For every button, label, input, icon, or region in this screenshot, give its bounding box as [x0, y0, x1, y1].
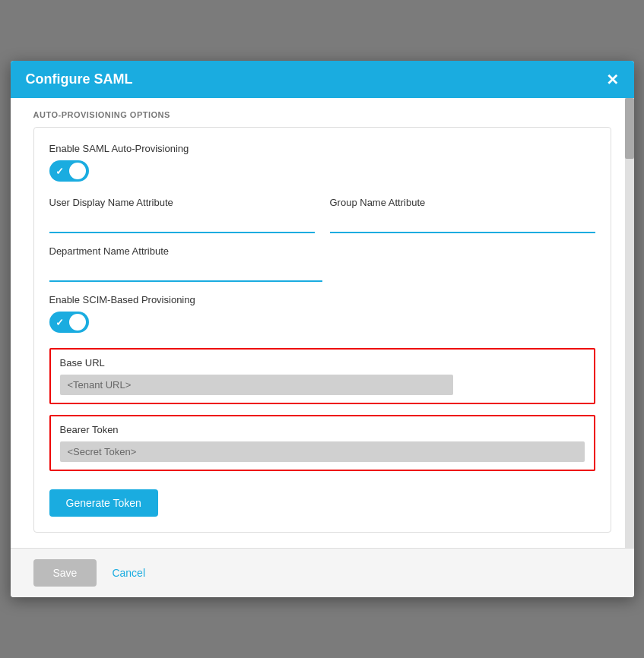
modal-body: AUTO-PROVISIONING OPTIONS Enable SAML Au… — [11, 98, 634, 548]
save-button[interactable]: Save — [33, 559, 97, 587]
modal: Configure SAML ✕ AUTO-PROVISIONING OPTIO… — [11, 61, 634, 597]
user-display-name-label: User Display Name Attribute — [49, 197, 315, 208]
modal-overlay: Configure SAML ✕ AUTO-PROVISIONING OPTIO… — [0, 0, 644, 658]
enable-saml-label: Enable SAML Auto-Provisioning — [49, 143, 595, 154]
section-label: AUTO-PROVISIONING OPTIONS — [33, 98, 611, 127]
modal-body-wrapper: AUTO-PROVISIONING OPTIONS Enable SAML Au… — [11, 98, 634, 548]
scim-toggle[interactable]: ✓ — [49, 312, 89, 333]
modal-footer: Save Cancel — [11, 548, 634, 597]
modal-title: Configure SAML — [26, 71, 133, 87]
bearer-token-box: Bearer Token <Secret Token> — [49, 415, 595, 471]
group-name-input[interactable] — [330, 214, 595, 233]
saml-toggle[interactable]: ✓ — [49, 160, 89, 182]
group-name-label: Group Name Attribute — [330, 197, 595, 208]
dept-name-input[interactable] — [49, 263, 322, 282]
user-display-name-input[interactable] — [49, 214, 315, 233]
scrollbar-thumb[interactable] — [625, 98, 634, 159]
base-url-box: Base URL <Tenant URL> — [49, 348, 595, 404]
group-name-field: Group Name Attribute — [330, 197, 595, 233]
generate-token-button[interactable]: Generate Token — [49, 489, 158, 517]
enable-scim-label: Enable SCIM-Based Provisioning — [49, 294, 595, 305]
bearer-token-label: Bearer Token — [60, 424, 585, 435]
scim-toggle-container: ✓ — [49, 312, 595, 333]
dept-name-field: Department Name Attribute — [49, 245, 595, 282]
dept-name-label: Department Name Attribute — [49, 245, 595, 257]
cancel-button[interactable]: Cancel — [112, 567, 145, 579]
content-box: Enable SAML Auto-Provisioning ✓ User Dis… — [33, 127, 611, 533]
base-url-label: Base URL — [60, 357, 585, 369]
bearer-token-value: <Secret Token> — [60, 441, 585, 462]
saml-toggle-slider — [49, 160, 89, 182]
base-url-value: <Tenant URL> — [60, 375, 454, 395]
close-button[interactable]: ✕ — [606, 72, 619, 87]
saml-toggle-container: ✓ — [49, 160, 595, 182]
two-col-row: User Display Name Attribute Group Name A… — [49, 197, 595, 233]
scrollbar-track[interactable] — [625, 98, 634, 548]
scim-toggle-slider — [49, 312, 89, 333]
user-display-name-field: User Display Name Attribute — [49, 197, 315, 233]
modal-header: Configure SAML ✕ — [11, 61, 634, 98]
